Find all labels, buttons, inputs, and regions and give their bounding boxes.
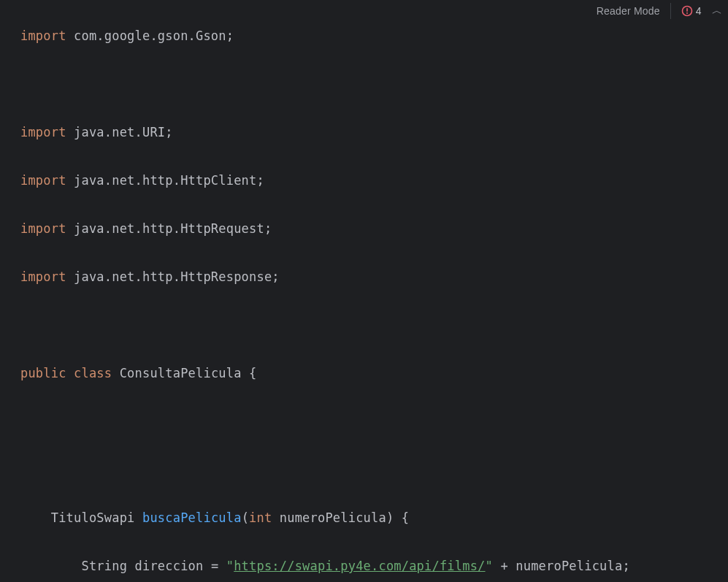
code-line-blank[interactable]	[20, 313, 728, 337]
error-count: 4	[696, 5, 702, 17]
string-url[interactable]: https://swapi.py4e.com/api/films/	[234, 559, 485, 573]
class-name: ConsultaPelicula {	[112, 366, 256, 380]
paren: (	[242, 510, 249, 525]
code-line[interactable]: import java.net.http.HttpRequest;	[20, 217, 728, 241]
import-path: java.net.URI;	[66, 125, 173, 139]
import-path: java.net.http.HttpResponse;	[66, 269, 280, 284]
keyword-import: import	[20, 28, 66, 43]
keyword-public: public	[20, 366, 66, 380]
code-line[interactable]: String direccion = "https://swapi.py4e.c…	[20, 554, 728, 578]
keyword-import: import	[20, 221, 66, 236]
method-name: buscaPelicula	[142, 510, 242, 525]
string-quote: "	[226, 559, 234, 573]
code-line[interactable]: import com.google.gson.Gson;	[20, 24, 728, 48]
keyword-int: int	[249, 510, 272, 525]
code-line[interactable]: import java.net.URI;	[20, 120, 728, 145]
reader-mode-button[interactable]: Reader Mode	[597, 5, 660, 17]
code-line[interactable]: import java.net.http.HttpClient;	[20, 169, 728, 193]
string-quote: "	[486, 559, 493, 573]
chevron-up-icon[interactable]: ︿	[712, 4, 722, 18]
code-line-blank[interactable]	[20, 410, 728, 434]
code-line-blank[interactable]	[20, 458, 728, 482]
keyword-import: import	[20, 125, 66, 139]
import-path: com.google.gson.Gson;	[66, 28, 234, 43]
code-line[interactable]: TituloSwapi buscaPelicula(int numeroPeli…	[20, 506, 728, 530]
top-toolbar: Reader Mode 4 ︿	[597, 3, 722, 19]
import-path: java.net.http.HttpRequest;	[66, 221, 272, 236]
code-line[interactable]: import java.net.http.HttpResponse;	[20, 265, 728, 289]
code-line-blank[interactable]	[20, 72, 728, 96]
code-line[interactable]: public class ConsultaPelicula {	[20, 361, 728, 386]
indent	[20, 559, 81, 573]
import-path: java.net.http.HttpClient;	[66, 173, 264, 188]
toolbar-divider	[670, 3, 671, 19]
code-area[interactable]: import com.google.gson.Gson; import java…	[0, 0, 728, 582]
svg-point-1	[686, 12, 688, 14]
svg-rect-2	[686, 8, 688, 12]
editor[interactable]: Reader Mode 4 ︿ import com.google.gson.G…	[0, 0, 728, 582]
keyword-import: import	[20, 173, 66, 188]
params: numeroPelicula) {	[272, 510, 409, 525]
error-badge[interactable]: 4	[681, 5, 702, 17]
keyword-import: import	[20, 269, 66, 284]
code-text: String direccion =	[81, 559, 226, 573]
return-type: TituloSwapi	[51, 510, 142, 525]
error-icon	[681, 5, 693, 17]
code-text: + numeroPelicula;	[493, 559, 630, 573]
keyword-class: class	[74, 366, 112, 380]
